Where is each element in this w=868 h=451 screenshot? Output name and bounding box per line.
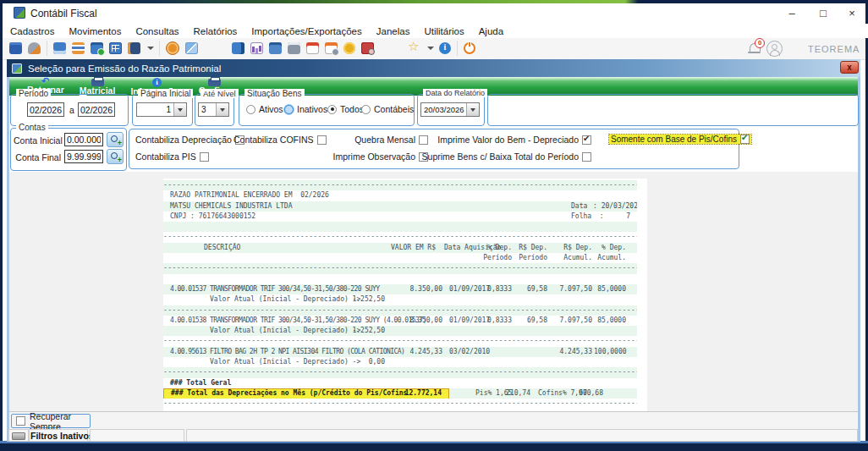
- periodo-a-label: a: [69, 105, 74, 115]
- report-field: Acumul.: [594, 253, 626, 263]
- minimize-button[interactable]: –: [783, 7, 801, 19]
- checkbox-label: Contabiliza COFINS: [233, 135, 314, 145]
- menu-item-utilitarios[interactable]: Utilitários: [424, 26, 464, 36]
- exit-money-icon[interactable]: [232, 42, 244, 54]
- maximize-button[interactable]: □: [814, 7, 832, 19]
- chevron-down-icon: [470, 108, 475, 112]
- search-account-button[interactable]: [107, 149, 124, 164]
- menu-item-cadastros[interactable]: Cadastros: [10, 26, 54, 36]
- search-account-button[interactable]: [107, 132, 124, 147]
- report-line: ----------------------------------------…: [163, 367, 637, 377]
- ledger-icon[interactable]: [9, 42, 22, 54]
- conta-inicial-input[interactable]: [64, 133, 103, 146]
- report-line: DESCRIÇÃOVALOR EM R$Data Aquisição% Dep.…: [163, 243, 637, 253]
- radio-icon: [284, 105, 294, 114]
- report-field: VALOR EM R$: [385, 243, 436, 253]
- close-button[interactable]: ×: [843, 7, 861, 19]
- recuperar-sempre-label: Recuperar Sempre: [30, 411, 90, 432]
- checkbox-contabiliza-pis[interactable]: Contabiliza PIS: [135, 151, 209, 162]
- conta-final-label: Conta Final: [14, 152, 61, 162]
- report-line: PeríodoPeríodoAcumul.Acumul.: [163, 253, 637, 263]
- checkbox-imprime-valor-bem[interactable]: Imprime Valor do Bem - Depreciado: [426, 135, 591, 145]
- status-icon: [12, 432, 25, 440]
- app-icon: [14, 7, 25, 19]
- menu-item-importacoes[interactable]: Importações/Exportações: [251, 26, 361, 36]
- report-field: Período: [470, 253, 512, 263]
- power-icon[interactable]: [464, 42, 475, 54]
- checkbox-contabiliza-depreciacao[interactable]: Contabiliza Depreciação: [135, 135, 244, 145]
- radio-inativos[interactable]: Inativos: [284, 104, 327, 114]
- ate-nivel-select[interactable]: 3: [198, 102, 229, 117]
- window-bottom-border: [0, 443, 868, 451]
- periodo-from-input[interactable]: [27, 102, 64, 117]
- report-line: RAZAO PATRIMONIAL ENCERRADO EM 02/2026: [163, 190, 637, 201]
- report-field: Período: [512, 253, 547, 263]
- matricial-button[interactable]: Matricial: [72, 77, 124, 96]
- conta-final-input[interactable]: [64, 150, 103, 163]
- card-icon[interactable]: [53, 42, 66, 54]
- report-line: ----------------------------------------…: [163, 263, 637, 273]
- dialog-close-button[interactable]: x: [840, 61, 859, 74]
- list-icon[interactable]: [72, 42, 85, 54]
- recuperar-sempre-option[interactable]: Recuperar Sempre: [11, 414, 91, 428]
- data-relatorio-legend: Data do Relatório: [423, 89, 487, 97]
- checkbox-somente-pis-cofins[interactable]: Somente com Base de Pis/Cofins: [609, 135, 751, 144]
- chart-icon[interactable]: [250, 42, 263, 54]
- checkbox-contabiliza-cofins[interactable]: Contabiliza COFINS: [233, 135, 327, 145]
- dropdown-arrow: [146, 42, 153, 54]
- report-line: 4.00.01538 TRANSFORMADOR TRIF 300/34,50-…: [163, 316, 637, 326]
- report-field: MATSU CHEMICALS INDUSTRIA LTDA: [170, 201, 293, 212]
- dropdown-button[interactable]: [216, 103, 228, 116]
- calendar-table-icon[interactable]: [269, 42, 282, 54]
- window-add-icon[interactable]: [91, 42, 103, 54]
- radio-todos[interactable]: Todos: [327, 104, 364, 114]
- report-field: ----------------------------------------…: [163, 180, 637, 190]
- dropdown-button[interactable]: [466, 103, 479, 116]
- radio-label: Ativos: [259, 104, 283, 114]
- table-icon[interactable]: [109, 42, 122, 54]
- dropdown-button[interactable]: [173, 103, 186, 116]
- checkbox-label: Imprime Observação: [333, 151, 415, 162]
- book-search-icon[interactable]: [361, 42, 374, 54]
- main-toolbar: 0 TEOREMA: [3, 38, 865, 60]
- user-icon[interactable]: [766, 41, 783, 57]
- report-line: ----------------------------------------…: [163, 399, 637, 409]
- grid-icon[interactable]: [185, 42, 198, 54]
- periodo-to-input[interactable]: [78, 102, 115, 117]
- lock-icon[interactable]: [343, 42, 355, 54]
- menu-item-relatorios[interactable]: Relatórios: [194, 26, 238, 36]
- menu-item-consultas[interactable]: Consultas: [135, 26, 179, 36]
- info-icon[interactable]: [439, 42, 451, 54]
- checkbox-suprime-bens[interactable]: Suprime Bens c/ Baixa Total do Período: [409, 151, 591, 162]
- radio-contabeis[interactable]: Contábeis: [361, 104, 414, 114]
- report-line: ----------------------------------------…: [163, 305, 637, 316]
- calendar-config-icon[interactable]: [325, 42, 338, 54]
- report-field: RAZAO PATRIMONIAL ENCERRADO EM 02/2026: [170, 190, 329, 201]
- menu-item-movimentos[interactable]: Movimentos: [69, 26, 121, 36]
- calculator-icon[interactable]: [288, 42, 300, 54]
- report-field: 12.772,14: [367, 388, 442, 399]
- menu-list-icon[interactable]: [128, 42, 140, 54]
- star-icon[interactable]: [408, 42, 420, 54]
- radio-label: Contábeis: [374, 104, 414, 114]
- menu-item-janelas[interactable]: Janelas: [376, 26, 410, 36]
- empty-group: [487, 94, 859, 126]
- dialog-title: Seleção para Emissão do Razão Patrimonia…: [28, 63, 221, 74]
- report-page: ----------------------------------------…: [163, 179, 647, 412]
- radio-ativos[interactable]: Ativos: [246, 104, 283, 114]
- calendar-date-icon[interactable]: [306, 42, 319, 54]
- coin-icon[interactable]: [166, 41, 179, 55]
- toolbar-separator: [159, 41, 160, 56]
- users-icon[interactable]: [28, 42, 41, 54]
- radio-label: Todos: [340, 104, 364, 114]
- checkbox-label: Contabiliza Depreciação: [135, 135, 232, 145]
- toolbar-gap: [380, 42, 402, 54]
- statusbar-cell: [186, 429, 858, 442]
- pagina-inicial-select[interactable]: 1: [136, 102, 187, 117]
- chevron-down-icon: [220, 108, 225, 112]
- menu-item-ajuda[interactable]: Ajuda: [479, 26, 503, 36]
- checkbox-icon: [740, 135, 750, 144]
- checkbox-quebra-mensal[interactable]: Quebra Mensal: [349, 135, 428, 145]
- contas-legend: Contas: [16, 123, 48, 132]
- data-relatorio-select[interactable]: 20/03/2026: [420, 102, 480, 117]
